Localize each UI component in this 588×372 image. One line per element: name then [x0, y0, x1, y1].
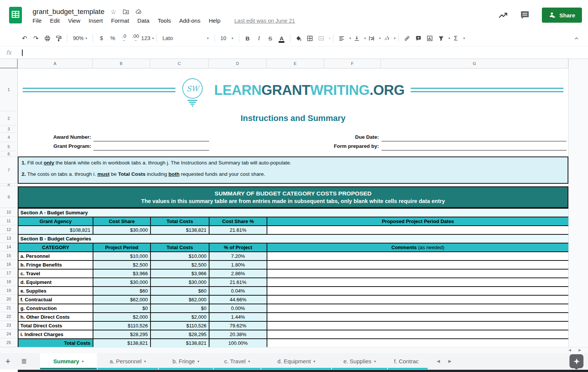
horizontal-scrollbar[interactable]: ◀ ▶ [0, 347, 588, 353]
row-header[interactable]: 16 [0, 260, 18, 269]
row-header[interactable]: 1 [0, 68, 18, 111]
strikethrough-button[interactable]: S [265, 33, 276, 43]
row-header[interactable]: 6 [0, 151, 18, 157]
all-sheets-button[interactable] [16, 353, 32, 369]
insert-chart-icon[interactable] [424, 33, 435, 43]
filter-icon[interactable] [435, 33, 447, 43]
cell-category[interactable]: c. Travel [18, 269, 93, 278]
tabs-scroll-left-icon[interactable]: ◀ [437, 359, 440, 364]
cell-total-costs[interactable]: $2,500 [150, 260, 209, 269]
cell-pct-of-project[interactable]: 44.66% [209, 295, 267, 304]
form-prepared-by-field[interactable] [382, 142, 566, 150]
cell-total-costs[interactable]: $0 [150, 304, 209, 313]
cell-grant-agency[interactable]: $108,821 [18, 226, 93, 234]
cell-comment[interactable] [267, 269, 568, 278]
print-icon[interactable] [42, 33, 53, 43]
chevron-down-icon[interactable]: ▾ [329, 36, 330, 40]
tab-menu-arrow-icon[interactable]: ▾ [313, 360, 315, 363]
format-currency-icon[interactable]: $ [96, 33, 107, 43]
header-pct-of-project[interactable]: % of Project [209, 243, 267, 252]
tab-menu-arrow-icon[interactable]: ▾ [82, 360, 84, 363]
cell-category[interactable]: g. Construction [18, 304, 93, 313]
page-title[interactable]: Instructions and Summary [18, 111, 568, 126]
section-a-label[interactable]: Section A - Budget Summary [18, 208, 568, 217]
cell-comment[interactable] [267, 321, 568, 330]
header-grant-agency[interactable]: Grant Agency [18, 217, 93, 226]
cell-comment[interactable] [267, 304, 568, 313]
collapse-toolbar-icon[interactable] [571, 33, 582, 43]
tabs-scroll-right-icon[interactable]: ▶ [448, 359, 451, 364]
due-date-label[interactable]: Due Date: [230, 133, 379, 142]
cell-comment[interactable] [267, 278, 568, 287]
cell-category[interactable]: i. Indirect Charges [18, 330, 93, 339]
tab-menu-arrow-icon[interactable]: ▾ [374, 360, 376, 363]
menu-item[interactable]: Edit [46, 17, 64, 24]
cell-total-costs[interactable]: $138,821 [150, 339, 209, 347]
cell-pct-of-project[interactable]: 1.80% [209, 260, 267, 269]
zoom-control[interactable]: 90% ▾ [70, 35, 90, 41]
header-cost-share-pct[interactable]: Cost Share % [209, 217, 267, 226]
cell-pct-of-project[interactable]: 20.38% [209, 330, 267, 339]
column-header[interactable]: A [18, 59, 93, 68]
header-cost-share[interactable]: Cost Share [93, 217, 150, 226]
formula-input[interactable] [17, 46, 588, 59]
cell-comment[interactable] [267, 252, 568, 260]
cell-total-costs[interactable]: $2,000 [150, 313, 209, 321]
cell-total-costs[interactable]: $138,821 [150, 226, 209, 234]
column-header[interactable]: C [150, 59, 209, 68]
share-button[interactable]: Share [542, 8, 582, 23]
document-title[interactable]: grant_budget_template [33, 8, 104, 16]
row-header[interactable]: 21 [0, 304, 18, 312]
header-category[interactable]: CATEGORY [18, 243, 93, 252]
add-sheet-button[interactable]: + [0, 353, 16, 369]
text-color-button[interactable]: A [276, 33, 287, 43]
row-header[interactable]: 7 [0, 157, 18, 184]
cell-category[interactable]: Total Costs [18, 339, 93, 347]
insights-icon[interactable] [498, 10, 508, 20]
row-header[interactable]: 3 [0, 126, 18, 133]
tab-menu-arrow-icon[interactable]: ▾ [144, 360, 146, 363]
menu-item[interactable]: Insert [84, 17, 107, 24]
functions-button[interactable]: Σ [450, 33, 461, 43]
cell-total-costs[interactable]: $28,295 [150, 330, 209, 339]
menu-item[interactable]: Tools [154, 17, 175, 24]
italic-button[interactable]: I [253, 33, 265, 43]
cell-pct-of-project[interactable]: 0.04% [209, 287, 267, 295]
decrease-decimal-icon[interactable]: .0← [118, 33, 130, 43]
chevron-down-icon[interactable]: ▾ [394, 36, 396, 40]
cell-pct-of-project[interactable]: 100.00% [209, 339, 267, 347]
row-header[interactable]: 17 [0, 269, 18, 277]
explore-button[interactable] [569, 354, 583, 368]
menu-item[interactable]: View [64, 17, 84, 24]
scroll-right-icon[interactable]: ▶ [579, 349, 581, 352]
sheet-tab[interactable]: b. Fringe ▾ [159, 353, 213, 369]
cell-total-costs[interactable]: $110,526 [150, 321, 209, 330]
row-header[interactable]: 18 [0, 277, 18, 286]
grant-program-field[interactable] [93, 142, 209, 150]
cell-category[interactable]: e. Supplies [18, 287, 93, 295]
header-project-period[interactable]: Project Period [93, 243, 150, 252]
cloud-saved-icon[interactable] [135, 8, 143, 15]
row-header[interactable]: 20 [0, 295, 18, 304]
sheets-logo-icon[interactable] [8, 6, 23, 24]
move-to-folder-icon[interactable] [123, 8, 129, 15]
cell-project-period[interactable]: $110,526 [93, 321, 150, 330]
row-header[interactable]: 14 [0, 243, 18, 251]
cell-comment[interactable] [267, 313, 568, 321]
cell-category[interactable]: d. Equipment [18, 278, 93, 287]
cell-project-period-dates[interactable] [267, 226, 568, 234]
header-total-costs-b[interactable]: Total Costs [150, 243, 209, 252]
row-header[interactable]: 4 [0, 133, 18, 142]
header-project-period-dates[interactable]: Proposed Project Period Dates [267, 217, 568, 226]
cell-comment[interactable] [267, 287, 568, 295]
cell-project-period[interactable]: $138,821 [93, 339, 150, 347]
cell-category[interactable]: f. Contractual [18, 295, 93, 304]
cell-category[interactable]: h. Other Direct Costs [18, 313, 93, 321]
sheet-tab[interactable]: f. Contrac ▾ [388, 353, 428, 369]
row-header[interactable]: 15 [0, 251, 18, 260]
insert-comment-icon[interactable] [413, 33, 424, 43]
section-b-label[interactable]: Section B - Budget Categories [18, 234, 568, 243]
cell-pct-of-project[interactable]: 21.61% [209, 278, 267, 287]
menu-item[interactable]: Add-ons [175, 17, 205, 24]
cell-category[interactable]: a. Personnel [18, 252, 93, 260]
